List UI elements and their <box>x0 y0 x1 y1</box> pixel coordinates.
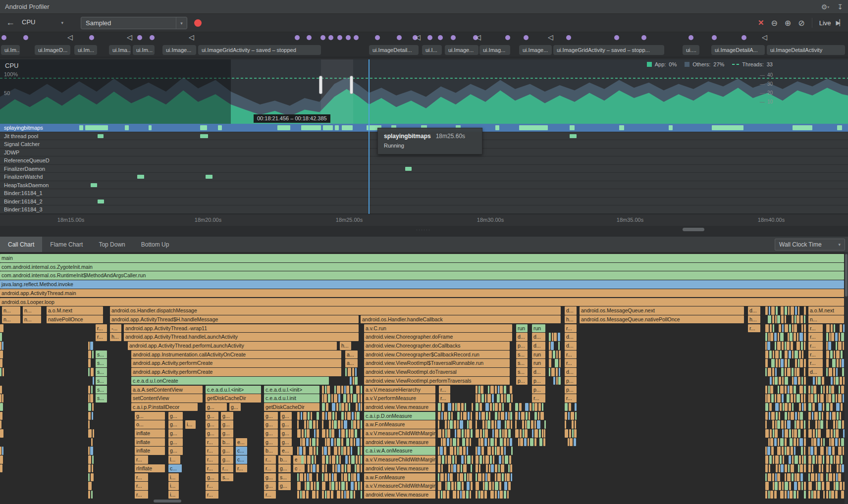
call-chart-block-small[interactable] <box>826 351 829 359</box>
call-chart-block-small[interactable] <box>769 403 772 411</box>
call-chart-block-small[interactable] <box>804 368 805 376</box>
call-chart-block-small[interactable] <box>497 420 501 429</box>
call-chart-block-small[interactable] <box>337 464 340 473</box>
call-chart-block-small[interactable] <box>575 403 577 411</box>
call-chart-block-small[interactable] <box>837 464 839 473</box>
call-chart-block-small[interactable] <box>322 482 325 490</box>
call-chart-block[interactable]: run <box>532 324 545 333</box>
call-chart-block-small[interactable] <box>767 447 770 455</box>
call-chart-block-small[interactable] <box>797 333 798 341</box>
call-chart-block-small[interactable] <box>492 429 494 438</box>
call-chart-block-small[interactable] <box>768 333 770 341</box>
call-chart-block-small[interactable] <box>817 438 820 447</box>
call-chart-block-small[interactable] <box>92 412 93 420</box>
call-chart-block-small[interactable] <box>556 377 558 385</box>
call-chart-block-small[interactable] <box>450 438 452 447</box>
call-chart-block-small[interactable] <box>788 412 790 420</box>
call-chart-block[interactable]: g... <box>280 438 292 447</box>
call-chart-block-small[interactable] <box>798 412 799 420</box>
call-chart-block[interactable]: r... <box>264 491 276 499</box>
call-chart-block-small[interactable] <box>460 473 463 482</box>
call-chart-block-small[interactable] <box>839 438 840 447</box>
zoom-out-icon[interactable]: ⊖ <box>771 18 777 28</box>
call-chart-block[interactable]: a.a.A.setContentView <box>131 386 203 394</box>
call-chart-block[interactable]: com.android.internal.os.RuntimeInit$Meth… <box>0 271 844 280</box>
call-chart-block-small[interactable] <box>817 491 820 499</box>
call-chart-block-small[interactable] <box>559 359 561 367</box>
call-chart-block[interactable]: r... <box>565 394 577 403</box>
call-chart-block-small[interactable] <box>791 306 794 315</box>
call-chart-block-small[interactable] <box>783 455 784 464</box>
call-chart-block-small[interactable] <box>804 342 805 350</box>
call-chart-block-small[interactable] <box>495 412 497 420</box>
call-chart-block-small[interactable] <box>785 306 787 315</box>
call-chart-block-small[interactable] <box>804 333 806 341</box>
call-chart-block-small[interactable] <box>470 491 471 499</box>
thread-row[interactable]: Binder:16184_2 <box>0 198 848 206</box>
call-chart-block-small[interactable] <box>775 420 777 429</box>
call-chart-block-small[interactable] <box>839 386 840 394</box>
call-chart-block-small[interactable] <box>352 412 354 420</box>
call-chart-block-small[interactable] <box>489 464 490 473</box>
call-chart-block-small[interactable] <box>802 455 803 464</box>
call-chart-block-small[interactable] <box>511 420 512 429</box>
call-chart-block[interactable]: g... <box>229 403 241 411</box>
call-chart-block[interactable]: c... <box>236 447 247 455</box>
call-chart-block[interactable]: android.app.ActivityThread.performLaunch… <box>128 342 337 350</box>
call-chart-block-small[interactable] <box>525 420 527 429</box>
call-chart-block-small[interactable] <box>483 455 484 464</box>
call-chart-block-small[interactable] <box>495 403 498 411</box>
call-chart-block[interactable]: r... <box>135 455 148 464</box>
call-chart-block-small[interactable] <box>789 403 791 411</box>
call-chart-block-small[interactable] <box>767 342 770 350</box>
call-chart-block-small[interactable] <box>448 420 449 429</box>
call-chart-block-small[interactable] <box>507 491 509 499</box>
call-chart-block-small[interactable] <box>341 412 344 420</box>
call-chart-block[interactable]: i... <box>168 473 179 482</box>
call-chart-block-small[interactable] <box>307 482 310 490</box>
call-chart-block-small[interactable] <box>765 351 768 359</box>
call-chart-block-small[interactable] <box>297 429 301 438</box>
call-chart-block-small[interactable] <box>779 464 780 473</box>
call-chart-block-small[interactable] <box>795 359 797 367</box>
call-chart-block-small[interactable] <box>794 482 797 490</box>
call-chart-block[interactable]: android.os.MessageQueue.next <box>580 306 744 315</box>
call-chart-block-small[interactable] <box>317 491 318 499</box>
call-chart-block-small[interactable] <box>328 394 330 403</box>
call-chart-block-small[interactable] <box>350 377 352 385</box>
call-chart-block-small[interactable] <box>820 420 823 429</box>
call-chart-block-small[interactable] <box>552 333 553 341</box>
call-chart-block-small[interactable] <box>451 464 453 473</box>
call-chart-block-small[interactable] <box>839 333 840 341</box>
call-chart-block-small[interactable] <box>836 420 838 429</box>
call-chart-block-small[interactable] <box>361 455 362 464</box>
call-chart-block-small[interactable] <box>488 438 489 447</box>
call-chart-block-small[interactable] <box>775 403 779 411</box>
call-chart-block-small[interactable] <box>325 491 326 499</box>
call-chart-block-small[interactable] <box>490 455 492 464</box>
call-chart-block-small[interactable] <box>769 455 772 464</box>
call-chart-block-small[interactable] <box>798 306 799 315</box>
call-chart-block-small[interactable] <box>441 412 443 420</box>
call-chart-block[interactable]: e... <box>236 438 247 447</box>
call-chart-block-small[interactable] <box>831 324 833 333</box>
call-chart-block-small[interactable] <box>495 386 497 394</box>
call-chart-block-small[interactable] <box>0 447 1 455</box>
call-chart-block[interactable]: r... <box>264 464 276 473</box>
call-chart-block[interactable]: android.os.Handler.dispatchMessage <box>110 306 561 315</box>
call-chart-block-small[interactable] <box>843 377 845 385</box>
call-chart-block-small[interactable] <box>344 386 346 394</box>
call-chart-block-small[interactable] <box>768 473 771 482</box>
call-chart-block-small[interactable] <box>523 429 524 438</box>
call-chart-block-small[interactable] <box>838 342 842 350</box>
call-chart-block-small[interactable] <box>91 491 93 499</box>
call-chart-block-small[interactable] <box>88 342 90 350</box>
call-chart-block-small[interactable] <box>457 412 460 420</box>
call-chart-block-small[interactable] <box>788 491 789 499</box>
call-chart-block-small[interactable] <box>538 412 539 420</box>
call-chart-block-small[interactable] <box>454 420 456 429</box>
call-chart-block-small[interactable] <box>476 482 479 490</box>
call-chart-block-small[interactable] <box>440 473 444 482</box>
call-chart-block-small[interactable] <box>461 403 464 411</box>
call-chart-block-small[interactable] <box>539 438 542 447</box>
